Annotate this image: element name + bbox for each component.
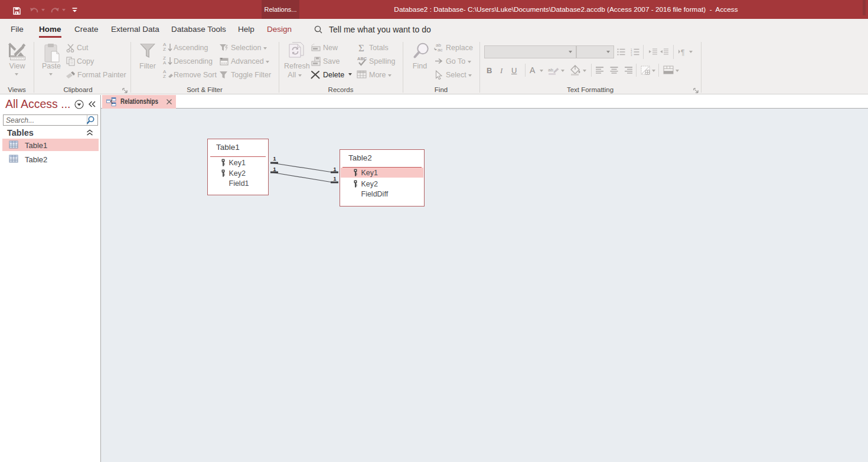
svg-text:ac: ac [438, 47, 442, 52]
svg-text:1: 1 [273, 166, 276, 172]
svg-text:3: 3 [631, 54, 632, 57]
svg-text:ab: ab [548, 67, 553, 73]
svg-text:¶: ¶ [681, 48, 684, 56]
svg-text:1: 1 [334, 176, 337, 182]
svg-text:ABC: ABC [357, 56, 367, 61]
svg-text:1: 1 [334, 166, 337, 172]
svg-text:1: 1 [273, 156, 276, 162]
svg-text:Σ: Σ [358, 43, 364, 53]
